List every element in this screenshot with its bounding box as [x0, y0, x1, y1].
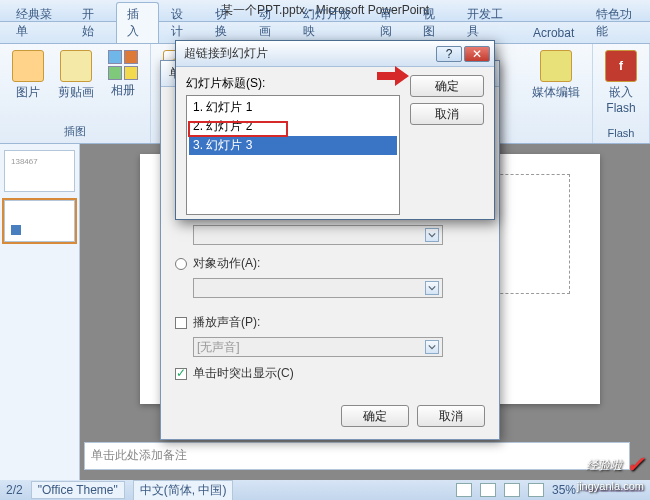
tab-acrobat[interactable]: Acrobat [523, 23, 584, 43]
help-button[interactable]: ? [436, 46, 462, 62]
watermark-url: jingyanla.com [577, 480, 644, 492]
tab-insert[interactable]: 插入 [116, 2, 160, 43]
status-theme[interactable]: "Office Theme" [31, 481, 125, 499]
checkbox-highlight-click[interactable] [175, 368, 187, 380]
ribbon-media-button[interactable]: 媒体编辑 [528, 48, 584, 103]
status-zoom: 35% [552, 483, 576, 497]
tab-slideshow[interactable]: 幻灯片放映 [293, 3, 368, 43]
watermark-text: 经验啦 [586, 457, 622, 474]
album-icon [108, 50, 138, 80]
radio-object-action[interactable] [175, 258, 187, 270]
content-placeholder[interactable] [490, 174, 570, 294]
view-normal-button[interactable] [456, 483, 472, 497]
view-reading-button[interactable] [504, 483, 520, 497]
hyperlink-cancel-button[interactable]: 取消 [410, 103, 484, 125]
close-icon: ✕ [472, 47, 482, 61]
chevron-down-icon [425, 340, 439, 354]
statusbar: 2/2 "Office Theme" 中文(简体, 中国) 35% [0, 480, 650, 500]
slide-title-label: 幻灯片标题(S): [186, 75, 400, 92]
tab-devtools[interactable]: 开发工具 [457, 3, 521, 43]
flash-icon: f [605, 50, 637, 82]
ribbon-group-label-flash: Flash [608, 125, 635, 139]
ribbon-group-label-illustrations: 插图 [64, 122, 86, 139]
hyperlink-dialog-titlebar[interactable]: 超链接到幻灯片 ? ✕ [176, 41, 494, 67]
ribbon-picture-button[interactable]: 图片 [8, 48, 48, 103]
tab-review[interactable]: 审阅 [370, 3, 412, 43]
chevron-down-icon [425, 228, 439, 242]
ribbon-flash-button[interactable]: f 嵌入 Flash [601, 48, 641, 117]
checkbox-play-sound[interactable] [175, 317, 187, 329]
watermark: 经验啦 ✓ jingyanla.com [586, 452, 644, 478]
sound-combo: [无声音] [193, 337, 443, 357]
tab-animations[interactable]: 动画 [249, 3, 291, 43]
ribbon-group-media: 媒体编辑 [520, 44, 593, 143]
tab-transitions[interactable]: 切换 [205, 3, 247, 43]
hyperlink-ok-button[interactable]: 确定 [410, 75, 484, 97]
tab-home[interactable]: 开始 [72, 3, 114, 43]
clipart-icon [60, 50, 92, 82]
hyperlink-to-slide-dialog: 超链接到幻灯片 ? ✕ 幻灯片标题(S): 1. 幻灯片 1 2. 幻灯片 2 … [175, 40, 495, 220]
tab-view[interactable]: 视图 [413, 3, 455, 43]
tab-classic[interactable]: 经典菜单 [6, 3, 70, 43]
list-item[interactable]: 3. 幻灯片 3 [189, 136, 397, 155]
ribbon-group-images: 图片 剪贴画 相册 插图 [0, 44, 151, 143]
list-item[interactable]: 2. 幻灯片 2 [189, 117, 397, 136]
label-highlight-click: 单击时突出显示(C) [193, 365, 294, 382]
list-item[interactable]: 1. 幻灯片 1 [189, 98, 397, 117]
status-language[interactable]: 中文(简体, 中国) [133, 480, 234, 501]
close-button[interactable]: ✕ [464, 46, 490, 62]
picture-icon [12, 50, 44, 82]
notes-pane[interactable]: 单击此处添加备注 [84, 442, 630, 470]
label-object-action: 对象动作(A): [193, 255, 260, 272]
slide-title-listbox[interactable]: 1. 幻灯片 1 2. 幻灯片 2 3. 幻灯片 3 [186, 95, 400, 215]
ribbon-album-button[interactable]: 相册 [104, 48, 142, 103]
ribbon-clipart-button[interactable]: 剪贴画 [54, 48, 98, 103]
status-slide-counter: 2/2 [6, 483, 23, 497]
chevron-down-icon [425, 281, 439, 295]
ribbon-group-flash: f 嵌入 Flash Flash [593, 44, 650, 143]
tab-design[interactable]: 设计 [161, 3, 203, 43]
notes-placeholder: 单击此处添加备注 [91, 448, 187, 462]
hyperlink-dialog-title: 超链接到幻灯片 [184, 45, 268, 62]
thumbnail-2[interactable] [4, 200, 75, 242]
label-play-sound: 播放声音(P): [193, 314, 260, 331]
object-action-combo [193, 278, 443, 298]
view-slideshow-button[interactable] [528, 483, 544, 497]
thumbnail-1[interactable]: 138467 [4, 150, 75, 192]
tab-special[interactable]: 特色功能 [586, 3, 650, 43]
macro-combo [193, 225, 443, 245]
slide-thumbnail-pane[interactable]: 138467 [0, 144, 80, 480]
checkmark-icon: ✓ [626, 452, 644, 478]
view-sorter-button[interactable] [480, 483, 496, 497]
action-dialog-cancel-button[interactable]: 取消 [417, 405, 485, 427]
media-icon [540, 50, 572, 82]
action-dialog-ok-button[interactable]: 确定 [341, 405, 409, 427]
